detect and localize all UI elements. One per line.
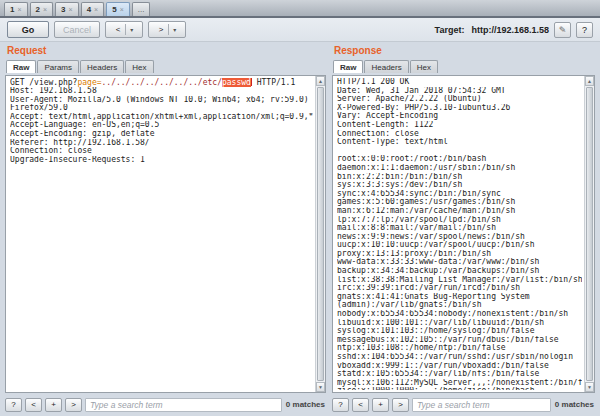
text-line xyxy=(337,147,582,156)
search-next-button[interactable]: > xyxy=(392,398,409,412)
request-line-segment-value: ../../../../../../../etc/ xyxy=(102,78,222,87)
response-viewer[interactable]: HTTP/1.1 200 OKDate: Wed, 31 Jan 2018 07… xyxy=(332,75,595,393)
text-line: mysql:x:106:112:MySQL Server,,,:/nonexis… xyxy=(337,379,582,388)
repeater-tab-5-selected[interactable]: 5 × xyxy=(106,2,130,16)
response-scrollbar[interactable]: ▲ ▼ xyxy=(584,76,594,392)
scroll-down-icon[interactable]: ▼ xyxy=(585,382,594,392)
scrollbar-thumb[interactable] xyxy=(317,87,324,381)
text-line: www-data:x:33:33:www-data:/var/www:/bin/… xyxy=(337,258,582,267)
scroll-up-icon[interactable]: ▲ xyxy=(316,76,325,86)
repeater-tab-4[interactable]: 4 × xyxy=(81,2,105,16)
text-line: messagebus:x:102:105::/var/run/dbus:/bin… xyxy=(337,336,582,345)
search-options-button[interactable]: + xyxy=(372,398,389,412)
response-view-tabs: Raw Headers Hex xyxy=(333,59,595,73)
text-line: proxy:x:13:13:proxy:/bin:/bin/sh xyxy=(337,250,582,259)
prev-label[interactable]: < xyxy=(111,25,126,34)
text-line: Vary: Accept-Encoding xyxy=(337,112,582,121)
response-text[interactable]: HTTP/1.1 200 OKDate: Wed, 31 Jan 2018 07… xyxy=(337,78,582,390)
request-search-bar: ? < + > 0 matches xyxy=(5,395,326,414)
scrollbar-thumb[interactable] xyxy=(586,87,593,381)
request-text[interactable]: GET /view.php?page=../../../../../../../… xyxy=(10,78,313,390)
cancel-button: Cancel xyxy=(54,21,100,38)
text-line: sys:x:3:3:sys:/dev:/bin/sh xyxy=(337,181,582,190)
text-line: backup:x:34:34:backup:/var/backups:/bin/… xyxy=(337,267,582,276)
close-icon[interactable]: × xyxy=(17,6,21,13)
tab-hex[interactable]: Hex xyxy=(125,60,153,73)
tab-label: 5 xyxy=(112,5,116,14)
request-line-segment-valsel: passwd xyxy=(222,78,251,87)
search-input[interactable] xyxy=(412,398,551,412)
search-prev-button[interactable]: < xyxy=(25,398,42,412)
next-request-button[interactable]: > ▾ xyxy=(148,21,186,38)
repeater-tab-overflow[interactable]: ... xyxy=(132,2,151,16)
target-label: Target: xyxy=(435,25,465,35)
help-button[interactable]: ? xyxy=(576,22,593,38)
next-label[interactable]: > xyxy=(154,25,169,34)
pencil-icon: ✎ xyxy=(559,25,567,35)
tab-hex[interactable]: Hex xyxy=(410,60,438,73)
text-line: nobody:x:65534:65534:nobody:/nonexistent… xyxy=(337,310,582,319)
text-line: man:x:6:12:man:/var/cache/man:/bin/sh xyxy=(337,207,582,216)
text-line: User-Agent: Mozilla/5.0 (Windows NT 10.0… xyxy=(10,96,313,105)
chevron-down-icon[interactable]: ▾ xyxy=(126,26,137,33)
search-prev-button[interactable]: < xyxy=(352,398,369,412)
text-line: games:x:5:60:games:/usr/games:/bin/sh xyxy=(337,198,582,207)
text-line: (admin):/var/lib/gnats:/bin/sh xyxy=(337,301,582,310)
text-line: Content-Type: text/html xyxy=(337,138,582,147)
search-options-button[interactable]: + xyxy=(45,398,62,412)
response-body-lines: root:x:0:0:root:/root:/bin/bashdaemon:x:… xyxy=(337,155,582,390)
request-editor[interactable]: GET /view.php?page=../../../../../../../… xyxy=(5,75,326,393)
text-line: list:x:38:38:Mailing List Manager:/var/l… xyxy=(337,276,582,285)
search-help-button[interactable]: ? xyxy=(5,398,22,412)
match-count: 0 matches xyxy=(554,400,595,409)
tab-headers[interactable]: Headers xyxy=(364,60,408,73)
scroll-up-icon[interactable]: ▲ xyxy=(585,76,594,86)
request-header-lines: Host: 192.168.1.58User-Agent: Mozilla/5.… xyxy=(10,87,313,164)
request-scrollbar[interactable]: ▲ ▼ xyxy=(315,76,325,392)
text-line: zico:x:1000:1000:,,,:/home/zico:/bin/bas… xyxy=(337,387,582,390)
text-line: libuuid:x:100:101::/var/lib/libuuid:/bin… xyxy=(337,319,582,328)
tab-raw[interactable]: Raw xyxy=(6,60,36,73)
tab-params[interactable]: Params xyxy=(37,60,79,73)
repeater-tab-2[interactable]: 2 × xyxy=(30,2,54,16)
repeater-tab-bar: 1 × 2 × 3 × 4 × 5 × ... xyxy=(0,0,600,18)
text-line: lp:x:7:7:lp:/var/spool/lpd:/bin/sh xyxy=(337,216,582,225)
repeater-tab-1[interactable]: 1 × xyxy=(4,2,28,16)
request-line-segment-plain: HTTP/1.1 xyxy=(252,78,295,87)
close-icon[interactable]: × xyxy=(94,6,98,13)
tab-raw[interactable]: Raw xyxy=(333,60,363,73)
close-icon[interactable]: × xyxy=(120,6,124,13)
request-panel: Request Raw Params Headers Hex GET /view… xyxy=(5,44,326,414)
text-line: Date: Wed, 31 Jan 2018 07:54:32 GMT xyxy=(337,87,582,96)
text-line: bin:x:2:2:bin:/bin:/bin/sh xyxy=(337,173,582,182)
request-view-tabs: Raw Params Headers Hex xyxy=(6,59,326,73)
search-help-button[interactable]: ? xyxy=(332,398,349,412)
scroll-down-icon[interactable]: ▼ xyxy=(316,382,325,392)
edit-target-button[interactable]: ✎ xyxy=(554,22,571,38)
text-line: Content-Length: 1122 xyxy=(337,121,582,130)
repeater-tab-3[interactable]: 3 × xyxy=(55,2,79,16)
tab-label: 1 xyxy=(10,5,14,14)
response-panel-title: Response xyxy=(334,45,595,56)
text-line: Server: Apache/2.2.22 (Ubuntu) xyxy=(337,95,582,104)
request-line-1: GET /view.php?page=../../../../../../../… xyxy=(10,78,313,87)
search-input[interactable] xyxy=(85,398,282,412)
close-icon[interactable]: × xyxy=(69,6,73,13)
tab-headers[interactable]: Headers xyxy=(80,60,124,73)
response-header-lines: HTTP/1.1 200 OKDate: Wed, 31 Jan 2018 07… xyxy=(337,78,582,155)
prev-request-button[interactable]: < ▾ xyxy=(105,21,143,38)
request-line-segment-plain: GET /view.php? xyxy=(10,78,77,87)
text-line: sync:x:4:65534:sync:/bin:/bin/sync xyxy=(337,190,582,199)
text-line: Upgrade-Insecure-Requests: 1 xyxy=(10,156,313,165)
text-line: daemon:x:1:1:daemon:/usr/sbin:/bin/sh xyxy=(337,164,582,173)
text-line: Connection: close xyxy=(10,147,313,156)
go-button[interactable]: Go xyxy=(7,21,49,38)
tab-label: 2 xyxy=(36,5,40,14)
chevron-down-icon[interactable]: ▾ xyxy=(169,26,180,33)
text-line: vboxadd:x:999:1::/var/run/vboxadd:/bin/f… xyxy=(337,362,582,371)
toolbar: Go Cancel < ▾ > ▾ Target: http://192.168… xyxy=(0,18,600,42)
close-icon[interactable]: × xyxy=(43,6,47,13)
text-line: syslog:x:101:103::/home/syslog:/bin/fals… xyxy=(337,327,582,336)
text-line: uucp:x:10:10:uucp:/var/spool/uucp:/bin/s… xyxy=(337,241,582,250)
search-next-button[interactable]: > xyxy=(65,398,82,412)
